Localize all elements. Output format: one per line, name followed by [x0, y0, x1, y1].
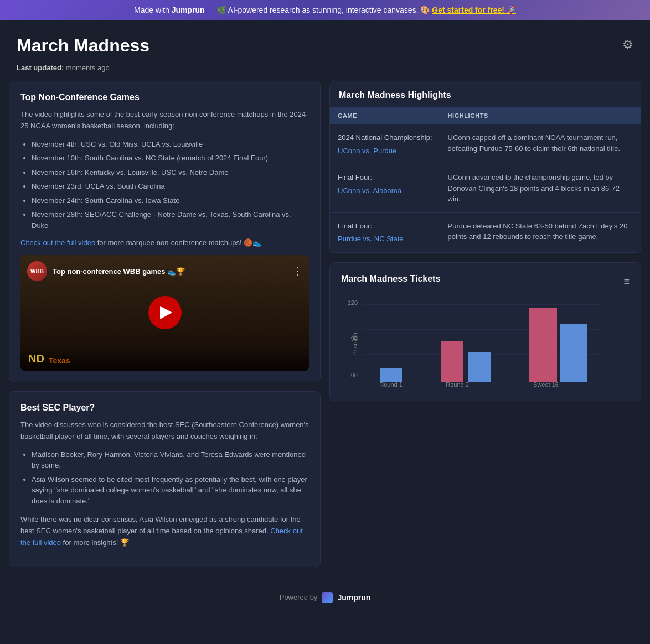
main-content: Top Non-Conference Games The video highl…: [0, 81, 650, 578]
left-column: Top Non-Conference Games The video highl…: [9, 81, 321, 567]
highlights-title: March Madness Highlights: [339, 90, 632, 100]
top-banner: Made with Jumprun — 🌿 AI-powered researc…: [0, 0, 650, 20]
game-link-2[interactable]: UConn vs. Alabama: [338, 186, 401, 195]
top-non-conference-description: The video highlights some of the best ea…: [20, 109, 309, 132]
bar-round2-red: [441, 341, 463, 382]
card-footer: Check out the full video for more marque…: [20, 238, 309, 247]
banner-text: Made with Jumprun — 🌿 AI-powered researc…: [134, 6, 516, 14]
table-header-row: GAME HIGHLIGHTS: [330, 107, 641, 124]
games-list: November 4th: USC vs. Old Miss, UCLA vs.…: [20, 139, 309, 231]
game-link-1[interactable]: UConn vs. Purdue: [338, 147, 396, 155]
footer-brand: Jumprun: [337, 593, 370, 602]
best-sec-player-card: Best SEC Player? The video discusses who…: [9, 391, 321, 567]
jumprun-logo-icon: [322, 592, 333, 603]
best-sec-player-title: Best SEC Player?: [20, 403, 309, 413]
top-non-conference-title: Top Non-Conference Games: [20, 92, 309, 102]
chart-menu-icon[interactable]: ≡: [623, 276, 630, 288]
game-link-3[interactable]: Purdue vs. NC State: [338, 235, 404, 243]
highlights-table: GAME HIGHLIGHTS 2024 National Championsh…: [330, 107, 641, 253]
highlights-card: March Madness Highlights GAME HIGHLIGHTS…: [329, 81, 641, 253]
sec-points-list: Madison Booker, Rory Harmon, Victoria Vi…: [20, 449, 309, 507]
sec-conclusion: While there was no clear consensus, Asia…: [20, 514, 309, 548]
list-item: Asia Wilson seemed to be cited most freq…: [32, 474, 309, 507]
y-axis-label: Price ($): [352, 333, 358, 356]
page-header: March Madness ⚙: [0, 20, 650, 61]
highlight-cell-2: UConn advanced to the championship game,…: [440, 164, 641, 213]
x-label-sweet16: Sweet 16: [533, 381, 559, 388]
game-cell-2: Final Four: UConn vs. Alabama: [330, 164, 440, 213]
table-row: Final Four: UConn vs. Alabama UConn adva…: [330, 164, 641, 213]
tickets-header: March Madness Tickets ≡: [341, 274, 630, 290]
game-label-3: Final Four:: [338, 221, 432, 232]
bar-sweet16-blue: [560, 324, 587, 382]
video-bottom: ND Texas: [20, 347, 309, 371]
x-label-round2: Round 2: [446, 381, 469, 388]
tickets-title: March Madness Tickets: [341, 274, 440, 284]
list-item: Madison Booker, Rory Harmon, Victoria Vi…: [32, 449, 309, 471]
tickets-chart: Round 1 Round 2 Sweet 16: [363, 299, 601, 388]
channel-icon: WBB: [27, 261, 47, 281]
banner-cta[interactable]: Get started for free! 🚀: [432, 6, 516, 14]
y-label-120: 120: [348, 299, 358, 306]
tickets-card: March Madness Tickets ≡ 120 90 60 Price …: [329, 262, 641, 401]
highlight-cell-3: Purdue defeated NC State 63-50 behind Za…: [440, 212, 641, 252]
bar-round2-blue: [468, 352, 491, 382]
last-updated: Last updated: moments ago: [0, 61, 650, 81]
right-column: March Madness Highlights GAME HIGHLIGHTS…: [329, 81, 641, 567]
top-non-conference-card: Top Non-Conference Games The video highl…: [9, 81, 321, 382]
play-icon: [160, 306, 172, 319]
table-row: 2024 National Championship: UConn vs. Pu…: [330, 124, 641, 164]
col-game-header: GAME: [330, 107, 440, 124]
video-logo-tx: Texas: [49, 356, 70, 365]
sec-description: The video discusses who is considered th…: [20, 419, 309, 443]
video-title: Top non-conference WBB games 👟🏆: [53, 267, 287, 276]
settings-icon[interactable]: ⚙: [622, 38, 633, 52]
play-button[interactable]: [148, 296, 182, 329]
list-item: November 23rd: UCLA vs. South Carolina: [32, 181, 309, 192]
video-logo-nd: ND: [28, 352, 44, 365]
game-cell-1: 2024 National Championship: UConn vs. Pu…: [330, 124, 440, 164]
bar-sweet16-red: [529, 308, 557, 382]
video-more-options[interactable]: ⋮: [292, 265, 302, 277]
list-item: November 24th: South Carolina vs. Iowa S…: [32, 195, 309, 206]
col-highlights-header: HIGHLIGHTS: [440, 107, 641, 124]
highlight-cell-1: UConn capped off a dominant NCAA tournam…: [440, 124, 641, 164]
table-row: Final Four: Purdue vs. NC State Purdue d…: [330, 212, 641, 252]
game-label-1: 2024 National Championship:: [338, 132, 432, 143]
video-embed[interactable]: WBB Top non-conference WBB games 👟🏆 ⋮ ND…: [20, 255, 309, 371]
full-video-link-top[interactable]: Check out the full video: [20, 238, 95, 247]
page-title: March Madness: [17, 35, 149, 56]
x-label-round1: Round 1: [379, 381, 403, 388]
bar-round1-blue: [380, 368, 402, 382]
list-item: November 10th: South Carolina vs. NC Sta…: [32, 153, 309, 164]
banner-brand: Jumprun: [172, 6, 205, 14]
powered-by-text: Powered by: [280, 593, 318, 601]
list-item: November 4th: USC vs. Old Miss, UCLA vs.…: [32, 139, 309, 150]
video-title-bar: WBB Top non-conference WBB games 👟🏆 ⋮: [27, 261, 302, 281]
list-item: November 16th: Kentucky vs. Louisville, …: [32, 167, 309, 178]
game-label-2: Final Four:: [338, 172, 432, 183]
list-item: November 28th: SEC/ACC Challenge - Notre…: [32, 209, 309, 231]
footer-bar: Powered by Jumprun: [0, 584, 650, 611]
y-label-60: 60: [351, 372, 358, 378]
game-cell-3: Final Four: Purdue vs. NC State: [330, 212, 440, 252]
